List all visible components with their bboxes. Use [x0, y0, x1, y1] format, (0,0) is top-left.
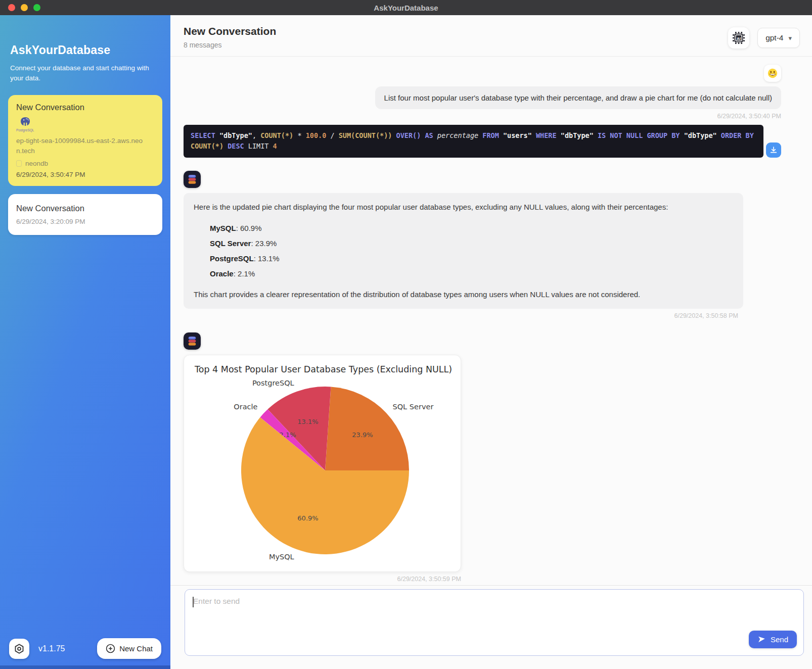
minimize-window-button[interactable] [21, 4, 28, 11]
send-button[interactable]: Send [749, 631, 797, 648]
download-result-button[interactable] [766, 142, 781, 158]
pie-slice-sql-server [325, 387, 409, 470]
database-small-icon [16, 160, 22, 167]
postgres-logo-block: PostgreSQL [16, 117, 34, 132]
assistant-chart-row: Top 4 Most Popular User Database Types (… [184, 332, 781, 583]
db-stack-icon [187, 174, 198, 185]
app-version: v1.1.75 [38, 644, 65, 653]
assistant-avatar [184, 332, 201, 350]
app-name: AskYourDatabase [10, 43, 160, 57]
pie-category-label: Oracle [234, 403, 257, 411]
chart-title: Top 4 Most Popular User Database Types (… [195, 364, 456, 374]
db-type-item: MySQL: 60.9% [210, 221, 733, 236]
circle-plus-icon [106, 644, 115, 653]
assistant-intro: Here is the updated pie chart displaying… [194, 202, 733, 213]
pie-category-label: MySQL [269, 553, 294, 561]
sql-code: SELECT "dbType", COUNT(*) * 100.0 / SUM(… [184, 125, 763, 158]
user-message-row: List four most popular user's database t… [184, 65, 781, 120]
app-window: AskYourDatabase AskYourDatabase Connect … [0, 0, 812, 669]
user-message-timestamp: 6/29/2024, 3:50:40 PM [717, 113, 781, 120]
pie-category-label: PostgreSQL [252, 379, 294, 387]
db-type-item: SQL Server: 23.9% [210, 236, 733, 251]
pie-pct-label: 23.9% [352, 431, 373, 439]
window-title: AskYourDatabase [374, 4, 438, 12]
conversation-title: New Conversation [16, 103, 154, 112]
send-label: Send [771, 635, 788, 644]
close-window-button[interactable] [8, 4, 15, 11]
connection-host: ep-tight-sea-10099984.us-east-2.aws.neon… [16, 136, 143, 157]
assistant-outro: This chart provides a clearer representa… [194, 289, 733, 301]
model-selected-value: gpt-4 [765, 33, 783, 42]
pie-pct-label: 13.1% [297, 418, 318, 425]
message-input-box: Send [185, 589, 804, 656]
db-type-item: Oracle: 2.1% [210, 266, 733, 281]
page-title: New Conversation [184, 25, 276, 37]
db-stack-icon [187, 336, 198, 347]
text-caret [193, 597, 194, 607]
sql-message-row: SELECT "dbType", COUNT(*) * 100.0 / SUM(… [184, 125, 781, 158]
assistant-avatar [184, 171, 201, 188]
main-panel: New Conversation 8 messages [170, 15, 812, 669]
titlebar: AskYourDatabase [0, 0, 812, 15]
sidebar-footer: v1.1.75 New Chat [9, 638, 161, 659]
user-message-bubble: List four most popular user's database t… [375, 86, 781, 109]
chat-header: New Conversation 8 messages [170, 15, 812, 57]
pie-chart-card: Top 4 Most Popular User Database Types (… [184, 355, 461, 572]
pie-pct-label: 60.9% [297, 514, 318, 522]
settings-button[interactable] [9, 639, 29, 659]
new-chat-label: New Chat [119, 644, 153, 653]
assistant-list: MySQL: 60.9%SQL Server: 23.9%PostgreSQL:… [210, 221, 733, 281]
download-icon [770, 146, 778, 154]
ai-model-button[interactable]: AI [728, 27, 749, 49]
pie-chart: 23.9%SQL Server13.1%PostgreSQL2.1%Oracle… [189, 374, 457, 566]
conversation-card[interactable]: New Conversation 6/29/2024, 3:20:09 PM [8, 194, 162, 235]
window-bottom-edge [0, 665, 170, 669]
chat-scroll-area[interactable]: List four most popular user's database t… [170, 57, 812, 583]
conversation-card-selected[interactable]: New Conversation PostgreSQL ep-tight-sea… [8, 95, 162, 186]
composer: Send [170, 585, 812, 669]
model-selector[interactable]: gpt-4 ▾ [757, 28, 800, 48]
conversation-timestamp: 6/29/2024, 3:20:09 PM [16, 218, 154, 225]
postgres-elephant-icon [19, 117, 31, 128]
conversation-timestamp: 6/29/2024, 3:50:47 PM [16, 171, 154, 178]
new-chat-button[interactable]: New Chat [97, 638, 161, 659]
chart-message-timestamp: 6/29/2024, 3:50:59 PM [184, 576, 461, 583]
svg-text:AI: AI [737, 36, 741, 41]
user-avatar [764, 65, 781, 82]
ai-chip-icon: AI [732, 31, 745, 44]
message-count: 8 messages [184, 41, 276, 49]
assistant-message-row: Here is the updated pie chart displaying… [184, 171, 781, 319]
postgres-logo-caption: PostgreSQL [16, 128, 34, 132]
assistant-message-bubble: Here is the updated pie chart displaying… [184, 193, 743, 309]
message-input[interactable] [185, 590, 803, 655]
pie-category-label: SQL Server [393, 403, 434, 411]
traffic-lights [8, 4, 40, 11]
app-tagline: Connect your database and start chatting… [10, 63, 154, 84]
conversation-title: New Conversation [16, 204, 154, 213]
db-type-item: PostgreSQL: 13.1% [210, 251, 733, 266]
sidebar: AskYourDatabase Connect your database an… [0, 15, 170, 669]
database-name: neondb [25, 160, 48, 167]
smiley-icon [767, 68, 778, 79]
assistant-message-timestamp: 6/29/2024, 3:50:58 PM [184, 312, 738, 319]
send-plane-icon [757, 635, 766, 644]
chevron-down-icon: ▾ [788, 35, 792, 41]
zoom-window-button[interactable] [33, 4, 40, 11]
gear-icon [14, 643, 25, 654]
database-row: neondb [16, 160, 154, 167]
